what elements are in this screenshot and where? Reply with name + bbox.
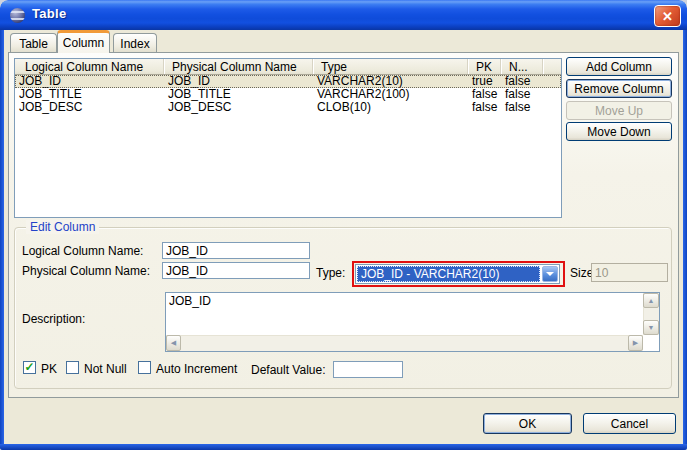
physical-column-name-input[interactable] [162, 262, 310, 279]
description-label: Description: [22, 312, 85, 326]
scroll-up-icon: ▲ [648, 297, 655, 304]
type-dropdown[interactable]: JOB_ID - VARCHAR2(10) [355, 264, 560, 284]
cell-physical: JOB_TITLE [164, 88, 313, 101]
move-down-label: Move Down [587, 125, 650, 139]
cell-physical: JOB_DESC [164, 101, 313, 114]
type-label: Type: [316, 266, 345, 280]
cell-pk: true [468, 75, 501, 88]
logical-column-name-label: Logical Column Name: [22, 244, 143, 258]
table-row[interactable]: JOB_TITLE JOB_TITLE VARCHAR2(100) false … [15, 88, 561, 101]
chevron-down-icon [546, 272, 554, 276]
default-value-input[interactable] [333, 361, 403, 378]
move-down-button[interactable]: Move Down [566, 122, 672, 141]
logical-column-name-input[interactable] [162, 242, 310, 259]
table-dialog: Table ✕ Table Column Index Logical Colum… [0, 0, 687, 450]
tab-table-label: Table [19, 37, 48, 51]
window-border-left [0, 30, 4, 450]
horizontal-scrollbar[interactable]: ◀ ▶ [166, 335, 643, 351]
scroll-left-button[interactable]: ◀ [166, 335, 181, 351]
cell-pk: false [468, 101, 501, 114]
cancel-label: Cancel [611, 417, 648, 431]
close-icon: ✕ [662, 9, 673, 24]
window-title: Table [32, 6, 67, 21]
pk-checkbox-label: PK [41, 362, 57, 376]
col-header-filler [543, 59, 561, 74]
tab-column[interactable]: Column [57, 30, 110, 53]
add-column-label: Add Column [586, 60, 652, 74]
auto-increment-checkbox-label: Auto Increment [156, 362, 237, 376]
physical-column-name-label: Physical Column Name: [22, 264, 150, 278]
window-border-right [683, 30, 687, 450]
remove-column-button[interactable]: Remove Column [566, 79, 672, 98]
columns-table-header: Logical Column Name Physical Column Name… [15, 59, 561, 75]
auto-increment-checkbox[interactable] [138, 361, 151, 374]
window-border-bottom [0, 444, 687, 450]
tab-column-label: Column [63, 36, 104, 50]
cell-physical: JOB_ID [164, 75, 313, 88]
scroll-up-button[interactable]: ▲ [643, 293, 659, 308]
type-dropdown-value: JOB_ID - VARCHAR2(10) [357, 266, 540, 282]
remove-column-label: Remove Column [574, 82, 663, 96]
scroll-down-icon: ▼ [648, 324, 655, 331]
table-row[interactable]: JOB_DESC JOB_DESC CLOB(10) false false [15, 101, 561, 114]
columns-table: Logical Column Name Physical Column Name… [14, 58, 562, 218]
scroll-left-icon: ◀ [171, 339, 176, 347]
col-header-type[interactable]: Type [313, 59, 468, 74]
col-header-physical[interactable]: Physical Column Name [164, 59, 313, 74]
app-icon [10, 8, 25, 23]
cell-notnull: false [501, 88, 543, 101]
col-header-notnull[interactable]: N... [501, 59, 543, 74]
table-row[interactable]: JOB_ID JOB_ID VARCHAR2(10) true false [15, 75, 561, 88]
tab-index[interactable]: Index [113, 33, 157, 53]
scroll-right-button[interactable]: ▶ [628, 335, 643, 351]
tab-table[interactable]: Table [10, 33, 57, 53]
edit-column-group-label: Edit Column [26, 220, 99, 234]
description-value: JOB_ID [169, 294, 211, 308]
cell-type: CLOB(10) [313, 101, 468, 114]
default-value-label: Default Value: [251, 363, 326, 377]
move-up-button: Move Up [566, 101, 672, 120]
move-up-label: Move Up [595, 104, 643, 118]
cell-logical: JOB_TITLE [15, 88, 164, 101]
col-header-logical[interactable]: Logical Column Name [15, 59, 164, 74]
description-textarea[interactable]: JOB_ID ▲ ▼ ◀ ▶ [165, 292, 660, 352]
col-header-pk[interactable]: PK [468, 59, 501, 74]
not-null-checkbox[interactable] [66, 361, 79, 374]
not-null-checkbox-label: Not Null [84, 362, 127, 376]
size-input [591, 263, 668, 282]
cell-logical: JOB_DESC [15, 101, 164, 114]
ok-button[interactable]: OK [483, 413, 572, 434]
ok-label: OK [519, 417, 536, 431]
check-icon: ✓ [24, 362, 34, 372]
close-button[interactable]: ✕ [654, 5, 681, 27]
tab-index-label: Index [120, 37, 149, 51]
cancel-button[interactable]: Cancel [583, 413, 676, 434]
cell-type: VARCHAR2(10) [313, 75, 468, 88]
pk-checkbox[interactable]: ✓ [23, 361, 36, 374]
cell-notnull: false [501, 101, 543, 114]
scroll-down-button[interactable]: ▼ [643, 320, 659, 335]
cell-type: VARCHAR2(100) [313, 88, 468, 101]
type-dropdown-button[interactable] [542, 266, 558, 282]
cell-logical: JOB_ID [15, 75, 164, 88]
add-column-button[interactable]: Add Column [566, 57, 672, 76]
titlebar[interactable]: Table ✕ [0, 0, 687, 30]
cell-pk: false [468, 88, 501, 101]
vertical-scrollbar[interactable]: ▲ ▼ [643, 293, 659, 335]
cell-notnull: false [501, 75, 543, 88]
scroll-right-icon: ▶ [633, 339, 638, 347]
